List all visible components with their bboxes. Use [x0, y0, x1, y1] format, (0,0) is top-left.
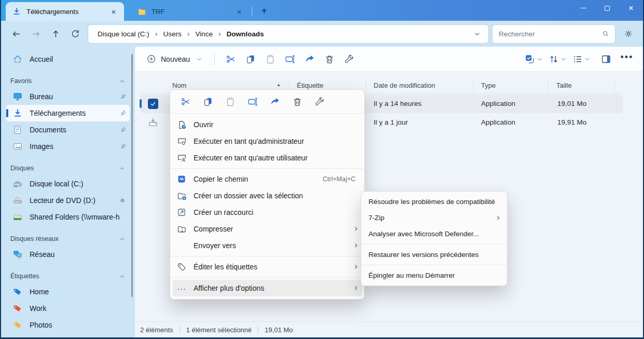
sidebar-item-disque-local-c[interactable]: Disque local (C:)	[6, 175, 130, 192]
tab-trf[interactable]: TRF ×	[131, 2, 250, 21]
maximize-button[interactable]	[595, 0, 619, 16]
chevron-down-icon	[196, 56, 203, 63]
submenu-item-epingler-demarrer[interactable]: Épingler au menu Démarrer	[363, 267, 505, 283]
selected-count: 1 élément sélectionné	[186, 326, 252, 334]
share-button[interactable]	[265, 93, 285, 111]
sidebar-item-tag-home[interactable]: Home	[6, 283, 130, 300]
sidebar-item-tag-work[interactable]: Work	[6, 300, 130, 317]
sidebar-item-accueil[interactable]: Accueil	[6, 51, 130, 67]
select-all-button[interactable]	[525, 54, 543, 64]
menu-separator	[171, 168, 364, 169]
tab-telechargements[interactable]: Téléchargements ×	[6, 2, 124, 21]
chevron-up-icon[interactable]	[119, 78, 126, 85]
up-button[interactable]	[46, 25, 65, 43]
copy-button[interactable]	[241, 50, 261, 68]
breadcrumb-separator: ›	[187, 30, 190, 38]
column-header-nom[interactable]: Nom	[172, 82, 186, 89]
selected-size: 19,01 Mo	[265, 326, 293, 334]
cut-button[interactable]	[221, 50, 241, 68]
edit-tags-wrench-button[interactable]	[339, 50, 359, 68]
sidebar-section-disques-reseaux[interactable]: Disques réseaux	[6, 232, 130, 246]
back-button[interactable]	[6, 25, 26, 43]
sidebar-item-tag-photos[interactable]: Photos	[6, 317, 130, 333]
column-header-taille[interactable]: Taille	[556, 82, 572, 89]
tab-close-icon[interactable]: ×	[233, 5, 245, 18]
sidebar-section-favoris[interactable]: Favoris	[6, 74, 130, 88]
menu-item-compresser[interactable]: Compresser ›	[173, 221, 362, 237]
new-button[interactable]: Nouveau	[141, 50, 208, 68]
menu-item-afficher-plus-options[interactable]: ··· Afficher plus d'options ›	[173, 280, 362, 296]
chevron-up-icon[interactable]	[119, 273, 126, 280]
eject-icon[interactable]	[118, 196, 127, 205]
column-header-date[interactable]: Date de modification	[374, 82, 435, 89]
checkbox-checked[interactable]	[148, 99, 158, 109]
folder-icon	[138, 7, 146, 16]
sidebar-item-reseau[interactable]: Réseau	[6, 246, 130, 263]
minimize-button[interactable]	[571, 0, 595, 16]
copy-path-icon	[177, 174, 187, 184]
refresh-button[interactable]	[65, 25, 85, 43]
close-button[interactable]: ×	[619, 0, 643, 16]
delete-button[interactable]	[320, 50, 339, 68]
new-tab-button[interactable]: +	[256, 3, 272, 19]
breadcrumb-item[interactable]: Vince	[193, 29, 215, 39]
pin-icon	[119, 126, 127, 134]
status-bar: 2 éléments 1 élément sélectionné 19,01 M…	[135, 321, 643, 337]
menu-item-ouvrir[interactable]: Ouvrir	[173, 116, 362, 133]
sidebar-scrollbar[interactable]	[131, 54, 133, 297]
submenu-item-analyser-defender[interactable]: Analyser avec Microsoft Defender...	[363, 226, 505, 242]
sidebar-item-bureau[interactable]: Bureau	[6, 88, 130, 105]
chevron-up-icon[interactable]	[119, 236, 126, 242]
submenu-item-restaurer-versions[interactable]: Restaurer les versions précédentes	[363, 247, 505, 263]
breadcrumb-item[interactable]: Users	[161, 29, 183, 39]
sidebar-item-shared-folders[interactable]: Shared Folders (\\vmware-h	[6, 209, 130, 225]
pin-icon	[119, 143, 127, 151]
download-icon	[12, 108, 24, 118]
cut-button[interactable]	[175, 93, 196, 111]
delete-button[interactable]	[287, 93, 308, 111]
sidebar-item-lecteur-dvd-d[interactable]: Lecteur de DVD (D:)	[6, 192, 130, 209]
paste-button[interactable]	[261, 50, 280, 68]
share-button[interactable]	[300, 50, 320, 68]
edit-tags-wrench-button[interactable]	[309, 93, 330, 111]
menu-item-copier-le-chemin[interactable]: Copier le chemin Ctrl+Maj+C	[173, 171, 362, 187]
sidebar-item-telechargements[interactable]: Téléchargements	[6, 105, 130, 121]
paste-button[interactable]	[220, 93, 241, 111]
tag-icon	[12, 303, 24, 314]
chevron-down-icon[interactable]	[473, 30, 481, 38]
copy-button[interactable]	[198, 93, 218, 111]
chevron-right-icon: ›	[354, 224, 358, 234]
tab-close-icon[interactable]: ×	[107, 5, 120, 18]
menu-item-creer-dossier-selection[interactable]: Créer un dossier avec la sélection	[173, 187, 362, 204]
submenu-item-7zip[interactable]: 7-Zip ›	[363, 210, 505, 226]
rename-button[interactable]	[242, 93, 263, 111]
menu-item-envoyer-vers[interactable]: Envoyer vers ›	[173, 237, 362, 254]
menu-item-executer-autre-utilisateur[interactable]: Exécuter en tant qu'autre utilisateur	[173, 150, 362, 166]
column-header-etiquette[interactable]: Étiquette	[297, 82, 323, 89]
chevron-up-icon[interactable]	[119, 165, 126, 172]
sort-button[interactable]	[549, 54, 567, 64]
submenu-item-resoudre-compatibilite[interactable]: Résoudre les problèmes de compatibilité	[363, 194, 505, 210]
view-button[interactable]	[572, 54, 591, 64]
breadcrumb[interactable]: Disque local (C:) › Users › Vince › Down…	[88, 25, 488, 43]
menu-item-executer-admin[interactable]: Exécuter en tant qu'administrateur	[173, 133, 362, 150]
forward-button[interactable]	[26, 25, 46, 43]
column-header-type[interactable]: Type	[481, 82, 496, 89]
sidebar-section-disques[interactable]: Disques	[6, 161, 130, 175]
preview-pane-button[interactable]	[596, 50, 616, 68]
tab-label: TRF	[152, 8, 165, 16]
sidebar-item-images[interactable]: Images	[6, 138, 130, 155]
file-explorer-window: Téléchargements × TRF × + × Disque local…	[0, 0, 644, 339]
sidebar-section-etiquettes[interactable]: Étiquettes	[6, 269, 130, 283]
search-input[interactable]	[499, 30, 601, 38]
menu-item-creer-raccourci[interactable]: Créer un raccourci	[173, 204, 362, 221]
menu-item-editer-les-etiquettes[interactable]: Éditer les étiquettes ›	[173, 259, 362, 275]
sidebar-item-documents[interactable]: Documents	[6, 121, 130, 138]
file-date: Il y a 14 heures	[374, 100, 421, 107]
more-options-button[interactable]: •••	[617, 50, 637, 68]
settings-gear-button[interactable]	[619, 25, 638, 43]
rename-button[interactable]	[280, 50, 300, 68]
breadcrumb-item[interactable]: Disque local (C:)	[95, 29, 152, 39]
breadcrumb-item-current[interactable]: Downloads	[225, 29, 266, 39]
window-controls: ×	[571, 0, 643, 16]
